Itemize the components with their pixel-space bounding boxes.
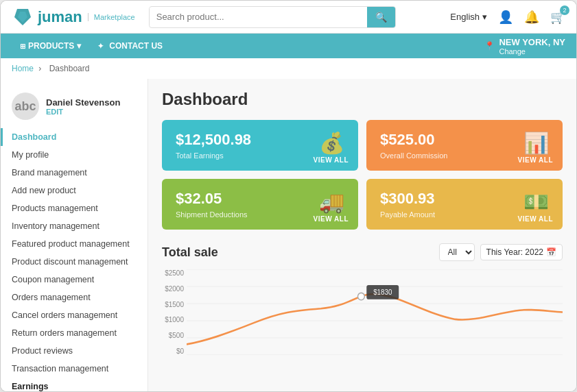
sale-filters: All This Year: 2022 📅 [439, 243, 563, 261]
main-content: abc Daniel Stevenson EDIT Dashboard My p… [1, 79, 576, 391]
y-label-2000: $2000 [162, 285, 184, 293]
sidebar-item-dashboard[interactable]: Dashboard [1, 128, 148, 146]
products-label: PRODUCTS [28, 41, 74, 51]
contact-icon: ✦ [97, 42, 104, 51]
search-button[interactable]: 🔍 [367, 7, 395, 27]
secondary-navigation: ⊞ PRODUCTS ▾ ✦ CONTACT US 📍 NEW YORK, NY… [1, 34, 576, 58]
location-pin-icon: 📍 [484, 41, 495, 51]
total-sale-title: Total sale [162, 245, 218, 260]
user-edit-button[interactable]: EDIT [46, 108, 120, 116]
products-chevron-icon: ▾ [77, 41, 81, 51]
cart-badge: 2 [560, 5, 569, 15]
notifications-icon[interactable]: 🔔 [524, 10, 539, 25]
sidebar-item-orders-management[interactable]: Orders management [1, 289, 148, 306]
stat-card-payable-amount: $300.93 Payable Amount 💵 VIEW ALL [366, 179, 563, 230]
shipment-deductions-label: Shipment Deductions [176, 210, 248, 219]
calendar-icon: 📅 [546, 247, 556, 257]
dashboard-content: Dashboard $12,500.98 Total Earnings 💰 VI… [148, 79, 576, 391]
sidebar-item-inventory-management[interactable]: Inventory management [1, 217, 148, 235]
sidebar-item-products-management[interactable]: Products management [1, 199, 148, 217]
sidebar-item-featured-product-management[interactable]: Featured product management [1, 235, 148, 253]
user-icon[interactable]: 👤 [498, 10, 513, 25]
shipment-deductions-view-all[interactable]: VIEW ALL [314, 215, 349, 223]
payable-amount-value: $300.93 [380, 190, 435, 208]
sidebar-item-add-new-product[interactable]: Add new product [1, 182, 148, 199]
breadcrumb-current: Dashboard [49, 64, 90, 73]
stat-card-shipment-deductions: $32.05 Shipment Deductions 🚚 VIEW ALL [162, 179, 358, 230]
logo-marketplace: Marketplace [88, 13, 135, 21]
nav-right: English ▾ 👤 🔔 🛒 2 [450, 10, 565, 25]
overall-commission-label: Overall Commission [380, 151, 447, 160]
shipment-icon: 🚚 [319, 190, 344, 214]
logo-text: juman [38, 8, 82, 26]
total-sale-chart: $1830 [187, 269, 563, 355]
filter-all-select[interactable]: All [439, 243, 475, 261]
user-info: abc Daniel Stevenson EDIT [1, 87, 148, 128]
avatar: abc [12, 93, 39, 120]
chart-tooltip-dot [358, 293, 365, 299]
location-change[interactable]: Change [499, 47, 565, 56]
chevron-down-icon: ▾ [482, 12, 487, 22]
y-label-0: $0 [162, 347, 184, 355]
grid-icon: ⊞ [20, 42, 25, 50]
shipment-deductions-amount: $32.05 [176, 190, 248, 208]
svg-text:$1830: $1830 [373, 289, 392, 296]
earnings-icon: 💰 [319, 131, 344, 155]
y-label-1500: $1500 [162, 301, 184, 308]
y-label-500: $500 [162, 332, 184, 339]
overall-commission-view-all[interactable]: VIEW ALL [518, 156, 553, 164]
sidebar-item-cancel-orders-management[interactable]: Cancel orders management [1, 306, 148, 324]
user-details: Daniel Stevenson EDIT [46, 97, 120, 116]
sidebar-item-product-discount-management[interactable]: Product discount management [1, 253, 148, 271]
products-nav-item[interactable]: ⊞ PRODUCTS ▾ [12, 41, 89, 51]
location-bar: 📍 NEW YORK, NY Change [484, 37, 565, 56]
stat-cards: $12,500.98 Total Earnings 💰 VIEW ALL $52… [162, 120, 563, 230]
contact-nav-item[interactable]: ✦ CONTACT US [89, 41, 171, 51]
total-sale-header: Total sale All This Year: 2022 📅 [162, 243, 563, 261]
stat-card-total-earnings: $12,500.98 Total Earnings 💰 VIEW ALL [162, 120, 358, 171]
top-navigation: juman Marketplace 🔍 English ▾ 👤 🔔 🛒 2 [1, 1, 576, 34]
language-label: English [450, 12, 480, 22]
browser-frame: juman Marketplace 🔍 English ▾ 👤 🔔 🛒 2 ⊞ [0, 0, 577, 392]
overall-commission-amount: $525.00 [380, 131, 447, 149]
payable-amount-label: Payable Amount [380, 210, 435, 219]
logo[interactable]: juman Marketplace [12, 6, 135, 28]
search-input[interactable] [150, 8, 367, 26]
total-earnings-amount: $12,500.98 [176, 131, 251, 149]
breadcrumb: Home › Dashboard [1, 58, 576, 79]
contact-label: CONTACT US [109, 41, 163, 51]
page-title: Dashboard [162, 90, 563, 109]
language-selector[interactable]: English ▾ [450, 12, 487, 22]
search-icon: 🔍 [375, 12, 387, 23]
logo-icon [12, 6, 34, 28]
breadcrumb-home[interactable]: Home [12, 64, 34, 73]
y-label-1000: $1000 [162, 316, 184, 323]
sidebar: abc Daniel Stevenson EDIT Dashboard My p… [1, 79, 148, 391]
breadcrumb-separator: › [38, 64, 43, 73]
sidebar-item-brand-management[interactable]: Brand management [1, 164, 148, 182]
year-filter-label: This Year: 2022 [486, 247, 543, 257]
location-city: NEW YORK, NY [499, 37, 565, 47]
stat-card-overall-commission: $525.00 Overall Commission 📊 VIEW ALL [366, 120, 563, 171]
chart-y-labels: $2500 $2000 $1500 $1000 $500 $0 [162, 269, 184, 355]
y-label-2500: $2500 [162, 269, 184, 277]
payable-amount-view-all[interactable]: VIEW ALL [518, 215, 553, 223]
date-filter[interactable]: This Year: 2022 📅 [480, 244, 563, 260]
sidebar-item-earnings[interactable]: Earnings [1, 378, 148, 391]
sidebar-item-transaction-management[interactable]: Transaction management [1, 360, 148, 378]
sidebar-item-coupon-management[interactable]: Coupon management [1, 271, 148, 289]
chart-svg-wrapper: $1830 [187, 269, 563, 369]
search-bar: 🔍 [149, 6, 396, 28]
cart-icon[interactable]: 🛒 2 [550, 10, 565, 25]
sidebar-item-product-reviews[interactable]: Product reviews [1, 342, 148, 360]
chart-area: $2500 $2000 $1500 $1000 $500 $0 [162, 269, 563, 369]
sidebar-menu: Dashboard My profile Brand management Ad… [1, 128, 148, 391]
total-earnings-label: Total Earnings [176, 151, 251, 160]
total-earnings-view-all[interactable]: VIEW ALL [314, 156, 349, 164]
commission-icon: 📊 [523, 131, 549, 155]
sidebar-item-my-profile[interactable]: My profile [1, 146, 148, 164]
payable-icon: 💵 [523, 190, 549, 214]
user-name: Daniel Stevenson [46, 97, 120, 108]
sidebar-item-return-orders-management[interactable]: Return orders management [1, 324, 148, 342]
